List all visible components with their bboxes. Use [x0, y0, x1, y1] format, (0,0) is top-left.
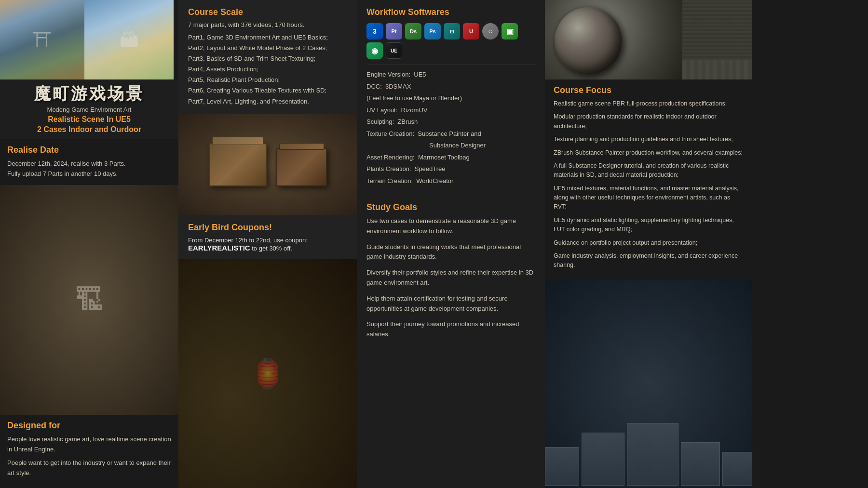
plants-row: Plants Creation: SpeedTree	[366, 164, 535, 174]
speedtree-icon: ▣	[502, 23, 518, 40]
goal-4: Help them attain certification for testi…	[366, 294, 535, 314]
subtitle-en: Modeng Game Enviroment Art	[7, 106, 171, 113]
render-row: Asset Rendering: Marmoset Toolbag	[366, 153, 535, 162]
early-bird-text: From December 12th to 22nd, use coupon:	[188, 237, 347, 244]
focus-8: Guidance on portfolio project output and…	[554, 238, 744, 248]
wooden-boxes-image	[178, 114, 357, 215]
coupon-code: EARLYREALISTIC	[188, 244, 250, 252]
texture-label: Texture Creation:	[366, 129, 418, 139]
architecture-image	[545, 280, 752, 488]
arch-block-2	[582, 433, 624, 486]
focus-4: ZBrush-Substance Painter production work…	[554, 148, 744, 158]
mountain-image	[84, 0, 174, 79]
arch-block-3	[627, 423, 678, 486]
goal-3: Diversify their portfolio styles and ref…	[366, 268, 535, 288]
3dsmax-icon: 3	[366, 23, 383, 40]
terrain-row: Terrain Creation: WorldCreator	[366, 176, 535, 186]
sculpt-label: Sculpting:	[366, 117, 397, 127]
wood-texture-bottom	[682, 60, 752, 79]
goal-1: Use two cases to demenstrate a reasonabl…	[366, 216, 535, 237]
substance-painter-icon: Pt	[386, 23, 402, 40]
subtitle-line2: 2 Cases Indoor and Ourdoor	[37, 125, 141, 133]
software-icons: 3 Pt Ds Ps ⊡ U ○ ▣ ◉ UE	[366, 23, 535, 59]
3d-sphere	[555, 7, 622, 75]
plants-value: SpeedTree	[415, 164, 446, 174]
render-label: Asset Rendering:	[366, 153, 418, 162]
texture-cont: Substance Designer	[366, 141, 486, 150]
sphere-texture	[545, 0, 682, 79]
focus-9: Game industry analysis, employment insig…	[554, 251, 744, 270]
focus-5: A full Substance Designer tutorial, and …	[554, 161, 744, 180]
plants-label: Plants Creation:	[366, 164, 415, 174]
column-2: Course Scale 7 major parts, with 376 vid…	[178, 0, 357, 488]
terrain-label: Terrain Creation:	[366, 176, 416, 186]
designed-title: Designed for	[7, 421, 171, 431]
realise-text2: Fully upload 7 Parts in another 10 days.	[7, 169, 171, 179]
maya-note: (Feel free to use Maya or Blender)	[366, 93, 462, 103]
separator	[366, 65, 535, 65]
marmoset-icon: ○	[482, 23, 499, 40]
goal-2: Guide students in creating works that me…	[366, 242, 535, 263]
designed-section: Designed for People love realistic game …	[0, 415, 178, 488]
course-intro: 7 major parts, with 376 videos, 170 hour…	[188, 21, 347, 28]
focus-6: UE5 mixed textures, material functions, …	[554, 184, 744, 212]
substance-designer-icon: Ds	[405, 23, 421, 40]
dcc-row: DCC: 3DSMAX	[366, 82, 535, 92]
temple-image	[0, 0, 84, 79]
coupon-discount: to get 30% off.	[250, 245, 292, 252]
arch-block-4	[681, 442, 719, 486]
sculpt-row: Sculpting: ZBrush	[366, 117, 535, 127]
arch-block-1	[545, 447, 579, 486]
render-value: Marmoset Toolbag	[418, 153, 470, 162]
focus-7: UE5 dynamic and static lighting, supplem…	[554, 216, 744, 235]
wooden-box-2	[276, 148, 327, 186]
parts-list: Part1, Game 3D Environment Art and UE5 B…	[188, 32, 347, 107]
realise-text1: December 12th, 2024, realise with 3 Part…	[7, 159, 171, 169]
engine-label: Engine Version:	[366, 70, 414, 79]
uv-value: RizomUV	[401, 106, 428, 115]
workflow-table: Engine Version: UE5 DCC: 3DSMAX (Feel fr…	[366, 70, 535, 185]
wood-texture-top	[682, 0, 752, 60]
texture-value: Substance Painter and	[418, 129, 481, 139]
texture-cont-row: Substance Designer	[366, 141, 535, 150]
focus-1: Realistic game scene PBR full-process pr…	[554, 99, 744, 108]
workflow-section: Workflow Softwares 3 Pt Ds Ps ⊡ U ○ ▣ ◉ …	[357, 0, 545, 195]
sculpt-value: ZBrush	[397, 117, 418, 127]
indoor-scene-image	[178, 259, 357, 488]
flat-texture	[682, 0, 752, 79]
part5: Part5, Realistic Plant Production;	[188, 75, 347, 85]
part6: Part6, Creating Various Tileable Texture…	[188, 85, 347, 96]
focus-2: Modular production standards for realist…	[554, 112, 744, 131]
designed-text2: Poeple want to get into the industry or …	[7, 458, 171, 478]
early-bird-title: Early Bird Coupons!	[188, 223, 347, 233]
uv-row: UV Layout: RizomUV	[366, 106, 535, 115]
box-image-inner	[178, 114, 357, 215]
photoshop-icon: Ps	[424, 23, 441, 40]
course-scale-title: Course Scale	[188, 7, 347, 17]
dcc-value: 3DSMAX	[385, 82, 411, 92]
top-textures	[545, 0, 752, 79]
unreal-engine-icon: UE	[386, 42, 402, 59]
uv-label: UV Layout:	[366, 106, 401, 115]
page-layout: 魔町游戏场景 Modeng Game Enviroment Art Realis…	[0, 0, 868, 488]
dcc-label: DCC:	[366, 82, 385, 92]
terrain-value: WorldCreator	[416, 176, 453, 186]
course-focus-title: Course Focus	[554, 85, 744, 95]
focus-3: Texture planning and production guidelin…	[554, 135, 744, 144]
engine-row: Engine Version: UE5	[366, 70, 535, 79]
subtitle-line1: Realistic Scene In UE5	[48, 115, 131, 123]
realise-section: Realise Date December 12th, 2024, realis…	[0, 139, 178, 185]
study-goals-title: Study Goals	[366, 202, 535, 212]
maya-icon: ⊡	[444, 23, 460, 40]
title-section: 魔町游戏场景 Modeng Game Enviroment Art Realis…	[0, 79, 178, 139]
engine-value: UE5	[414, 70, 426, 79]
column-4: Course Focus Realistic game scene PBR fu…	[545, 0, 752, 488]
study-goals-section: Study Goals Use two cases to demenstrate…	[357, 195, 545, 353]
arch-block-5	[722, 452, 752, 486]
mudbox-icon: U	[463, 23, 479, 40]
part7: Part7, Level Art, Lighting, and Presenta…	[188, 96, 347, 107]
subtitle-orange: Realistic Scene In UE5 2 Cases Indoor an…	[7, 115, 171, 135]
part1: Part1, Game 3D Environment Art and UE5 B…	[188, 32, 347, 43]
workflow-title: Workflow Softwares	[366, 7, 535, 17]
part2: Part2, Layout and White Model Phase of 2…	[188, 43, 347, 53]
